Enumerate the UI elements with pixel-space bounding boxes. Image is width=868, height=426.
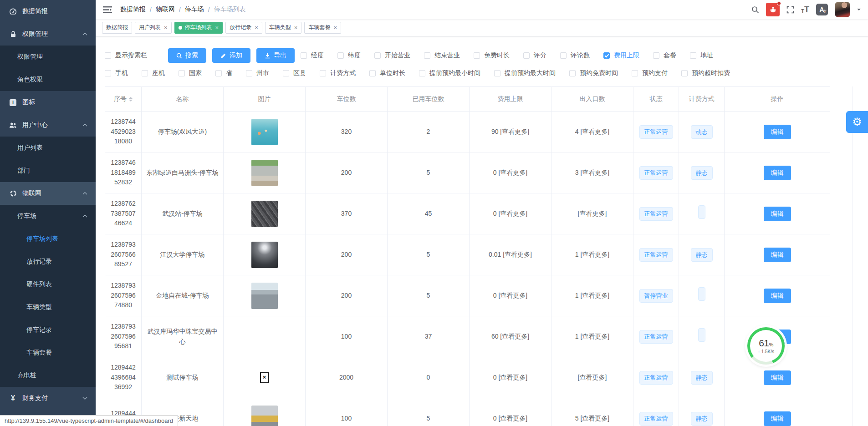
tab-parking-list[interactable]: 停车场列表 × (174, 22, 223, 34)
search-button[interactable]: 搜索 (168, 48, 206, 63)
column-header-id[interactable]: 序号 (105, 87, 142, 112)
checkbox-comment-count[interactable]: 评论数 (560, 51, 590, 60)
caret-down-icon[interactable] (857, 9, 861, 12)
tab-close-icon[interactable]: × (215, 25, 219, 30)
sort-carets-icon[interactable] (129, 95, 133, 103)
checkbox-package[interactable]: 套餐 (653, 51, 676, 60)
sidebar-item-finance[interactable]: ¥ 财务支付 (0, 387, 96, 410)
sidebar-item-role-permission[interactable]: 角色权限 (0, 68, 96, 91)
hamburger-menu-icon[interactable] (103, 6, 112, 14)
edit-button[interactable]: 编辑 (764, 248, 791, 262)
breadcrumb-item[interactable]: 数据简报 (120, 5, 146, 14)
edit-button[interactable]: 编辑 (764, 411, 791, 426)
fee-more-link[interactable]: 90 [查看更多] (470, 112, 551, 152)
sidebar-item-hardware-list[interactable]: 硬件列表 (0, 273, 96, 296)
checkbox-country[interactable]: 国家 (179, 69, 202, 77)
checkbox-city[interactable]: 州市 (246, 69, 269, 77)
edit-button[interactable]: 编辑 (764, 125, 791, 139)
checkbox-close-time[interactable]: 结束营业 (424, 51, 460, 60)
sidebar-item-icons[interactable]: I 图标 (0, 91, 96, 114)
sidebar-item-parking-group[interactable]: 停车场 (0, 205, 96, 228)
sidebar-item-user-center[interactable]: 用户中心 (0, 114, 96, 137)
checkbox-province[interactable]: 省 (215, 69, 232, 77)
checkbox-reserve-overtime-fee[interactable]: 预约超时扣费 (681, 69, 730, 77)
tab-dashboard[interactable]: 数据简报 (102, 22, 132, 34)
fee-more-link[interactable]: 0 [查看更多] (470, 152, 551, 193)
checkbox-reserve-pay[interactable]: 预约支付 (632, 69, 668, 77)
parking-lot-aerial-photo[interactable] (251, 160, 278, 186)
mall-interior-photo[interactable] (251, 406, 278, 426)
tab-close-icon[interactable]: × (255, 25, 258, 30)
checkbox-mobile[interactable]: 手机 (105, 69, 128, 77)
gates-more-link[interactable]: [查看更多] (551, 193, 633, 234)
user-avatar[interactable] (835, 2, 850, 17)
search-icon[interactable] (751, 6, 759, 14)
sidebar-item-permission[interactable]: 权限管理 (0, 46, 96, 68)
add-button[interactable]: 添加 (212, 48, 250, 63)
sidebar-item-vehicle-type[interactable]: 车辆类型 (0, 296, 96, 319)
tab-vehicle-package[interactable]: 车辆套餐 × (304, 22, 341, 34)
fee-more-link[interactable]: 0 [查看更多] (470, 398, 551, 426)
edit-button[interactable]: 编辑 (764, 289, 791, 303)
tab-vehicle-type[interactable]: 车辆类型 × (265, 22, 302, 34)
checkbox-show-search-bar[interactable]: 显示搜索栏 (105, 51, 147, 60)
sidebar-item-pass-records[interactable]: 放行记录 (0, 250, 96, 273)
settings-panel-button[interactable]: ⚙ (846, 111, 868, 133)
sidebar-item-dashboard[interactable]: 数据简报 (0, 0, 96, 23)
checkbox-latitude[interactable]: 纬度 (337, 51, 361, 60)
building-photo[interactable] (251, 283, 278, 309)
fullscreen-icon[interactable] (786, 6, 794, 14)
export-button[interactable]: 导出 (256, 48, 295, 63)
tab-close-icon[interactable]: × (164, 25, 168, 30)
breadcrumb-item[interactable]: 物联网 (156, 5, 175, 14)
translate-icon[interactable]: A 文 (816, 4, 828, 15)
checkbox-max-reserve-time[interactable]: 提前预约最大时间 (494, 69, 556, 77)
sidebar-item-permission-group[interactable]: 权限管理 (0, 23, 96, 46)
font-size-icon[interactable]: TT (801, 5, 809, 14)
sidebar-item-charging-pile[interactable]: 充电桩 (0, 364, 96, 387)
sidebar-item-user-list[interactable]: 用户列表 (0, 137, 96, 159)
station-parking-aerial-photo[interactable] (251, 201, 278, 227)
edit-button[interactable]: 编辑 (764, 370, 791, 385)
breadcrumb-item[interactable]: 停车场 (185, 5, 204, 14)
fee-more-link[interactable]: 0 [查看更多] (470, 357, 551, 398)
checkbox-open-time[interactable]: 开始营业 (374, 51, 410, 60)
gates-more-link[interactable]: 1 [查看更多] (551, 234, 633, 275)
checkbox-address[interactable]: 地址 (690, 51, 713, 60)
sidebar-item-iot[interactable]: 物联网 (0, 182, 96, 205)
used-count: 0 (388, 357, 470, 398)
error-log-button[interactable] (766, 3, 780, 16)
tab-close-icon[interactable]: × (333, 25, 337, 30)
checkbox-free-duration[interactable]: 免费时长 (474, 51, 510, 60)
gates-more-link[interactable]: [查看更多] (551, 357, 633, 398)
fee-more-link[interactable]: 60 [查看更多] (470, 316, 551, 357)
checkbox-district[interactable]: 区县 (283, 69, 306, 77)
checkbox-reserve-free-time[interactable]: 预约免费时间 (569, 69, 618, 77)
checkbox-longitude[interactable]: 经度 (301, 51, 324, 60)
gates-more-link[interactable]: 4 [查看更多] (551, 112, 633, 152)
fee-more-link[interactable]: 0.01 [查看更多] (470, 234, 551, 275)
checkbox-rating[interactable]: 评分 (523, 51, 546, 60)
edit-button[interactable]: 编辑 (764, 207, 791, 221)
checkbox-fee-limit[interactable]: 费用上限 (603, 51, 639, 60)
checkbox-min-reserve-time[interactable]: 提前预约最小时间 (419, 69, 480, 77)
edit-button[interactable]: 编辑 (764, 166, 791, 180)
checkbox-unit-duration[interactable]: 单位时长 (369, 69, 405, 77)
gates-more-link[interactable]: 3 [查看更多] (551, 152, 633, 193)
tab-close-icon[interactable]: × (294, 25, 298, 30)
gates-more-link[interactable]: 1 [查看更多] (551, 316, 633, 357)
sidebar-item-vehicle-package[interactable]: 车辆套餐 (0, 341, 96, 364)
checkbox-landline[interactable]: 座机 (142, 69, 165, 77)
tab-pass-records[interactable]: 放行记录 × (225, 22, 262, 34)
sidebar-item-department[interactable]: 部门 (0, 159, 96, 182)
tab-user-list[interactable]: 用户列表 × (135, 22, 172, 34)
sidebar-item-parking-records[interactable]: 停车记录 (0, 319, 96, 341)
indoor-garage-photo[interactable] (251, 242, 278, 268)
gates-more-link[interactable]: 5 [查看更多] (551, 398, 633, 426)
fee-more-link[interactable]: 0 [查看更多] (470, 193, 551, 234)
checkbox-billing-mode[interactable]: 计费方式 (320, 69, 356, 77)
fee-more-link[interactable]: 0 [查看更多] (470, 275, 551, 316)
gates-more-link[interactable]: 1 [查看更多] (551, 275, 633, 316)
sidebar-item-parking-list[interactable]: 停车场列表 (0, 228, 96, 250)
pool-playground-photo[interactable] (251, 119, 278, 145)
